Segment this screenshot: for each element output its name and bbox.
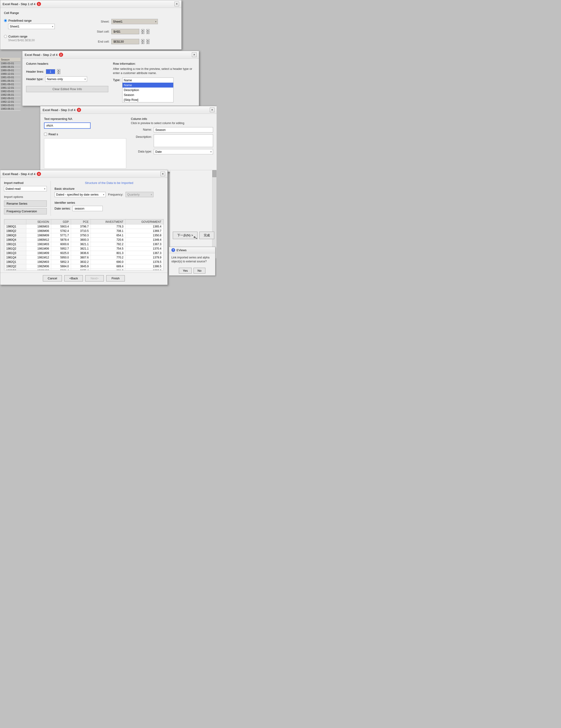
type-listbox[interactable]: Name Name Description Season [Skip Row]: [122, 78, 173, 102]
table-cell: 708.1: [91, 229, 125, 233]
method-select-wrapper: Dated read: [4, 186, 47, 191]
basic-struct-select[interactable]: Dated - specified by date series: [54, 192, 106, 197]
table-cell: 1980Q1: [4, 224, 26, 229]
table-cell: 3710.5: [71, 229, 91, 233]
sheet-select[interactable]: Sheet1: [111, 19, 158, 24]
date-series-input[interactable]: [72, 206, 103, 211]
col-datatype-select[interactable]: Date: [154, 149, 213, 154]
table-cell: 1980Q2: [4, 229, 26, 233]
table-cell: 1367.3: [125, 251, 163, 255]
end-cell-up2[interactable]: ▲: [146, 39, 150, 41]
read-series-checkbox[interactable]: [44, 133, 47, 136]
row-info-title: Row information:: [113, 62, 195, 65]
type-item-description[interactable]: Description: [122, 88, 173, 92]
col-header-gdp: GDP: [51, 220, 71, 224]
table-cell: 5952.7: [51, 247, 71, 251]
col-desc-textarea[interactable]: [154, 134, 213, 147]
predefined-select-row: Sheet1: [8, 24, 84, 29]
table-cell: 1982M09: [26, 269, 51, 271]
type-item-season[interactable]: Season: [122, 92, 173, 97]
step4-body: Import method Dated read Import options …: [0, 178, 167, 270]
bg-date-8: 1981-12-01: [0, 86, 20, 90]
header-lines-input[interactable]: [46, 69, 55, 74]
table-cell: 3832.2: [71, 260, 91, 264]
step1-right-panel: Sheet: Sheet1 Start cell: $A$1 ▲ ▼: [91, 19, 178, 46]
step1-close-button[interactable]: ✕: [174, 2, 179, 6]
step4-left-panel: Import method Dated read Import options …: [4, 181, 51, 216]
table-cell: 3800.3: [71, 238, 91, 242]
step3-close-button[interactable]: ✕: [210, 108, 214, 112]
import-options-section: Import options Rename Series Frequency C…: [4, 195, 47, 214]
table-cell: 1980M12: [26, 238, 51, 242]
table-cell: 3821.1: [71, 247, 91, 251]
frequency-conversion-button[interactable]: Frequency Conversion: [4, 208, 47, 214]
end-cell-down[interactable]: ▼: [141, 42, 144, 44]
header-lines-up[interactable]: ▲: [57, 69, 60, 71]
col-header-government: GOVERNMENT: [125, 220, 163, 224]
cancel-button[interactable]: Cancel: [43, 275, 62, 281]
end-cell-spinner: ▲ ▼: [141, 39, 144, 44]
col-datatype-field: Data type: Date: [131, 149, 213, 154]
header-type-label: Header type:: [26, 77, 43, 81]
start-cell-spinner2: ▲ ▼: [146, 29, 150, 34]
step4-close-button[interactable]: ✕: [160, 172, 165, 176]
predefined-radio[interactable]: [4, 19, 7, 22]
custom-radio-row: Custom range Sheet1!$A$1:$E$130: [4, 35, 84, 42]
right-scrollbar[interactable]: [212, 170, 216, 258]
table-cell: 1396.0: [125, 269, 163, 271]
table-cell: 1980Q3: [4, 233, 26, 238]
import-method-select[interactable]: Dated read: [4, 186, 47, 191]
step2-grid: Column headers Header lines: ▲ ▼ Header …: [26, 62, 195, 102]
type-item-name2[interactable]: Name: [122, 83, 173, 88]
table-cell: 3796.7: [71, 224, 91, 229]
sheet-field-label: Sheet:: [91, 20, 109, 23]
table-cell: 754.5: [91, 247, 125, 251]
end-cell-down2[interactable]: ▼: [146, 42, 150, 44]
bg-season-header: Season: [0, 58, 20, 62]
table-cell: 1378.5: [125, 260, 163, 264]
start-cell-down2[interactable]: ▼: [146, 32, 150, 34]
eviews-yes-button[interactable]: Yes: [179, 268, 192, 274]
col-datatype-select-wrapper: Date: [154, 149, 213, 154]
range-radio-group: Predefined range Sheet1 Custom range: [4, 19, 84, 42]
step3-right-panel: Column info Click in preview to select c…: [131, 117, 213, 169]
start-cell-up[interactable]: ▲: [141, 29, 144, 31]
type-item-name1[interactable]: Name: [122, 78, 173, 83]
bg-date-9: 1982-03-01: [0, 90, 20, 93]
next-button[interactable]: Next>: [85, 275, 104, 281]
table-cell: 1981Q1: [4, 242, 26, 247]
col-name-input[interactable]: [154, 127, 213, 132]
custom-radio[interactable]: [4, 35, 7, 38]
data-table-header-row: SEASON GDP PCE INVESTMENT GOVERNMENT: [4, 220, 163, 224]
start-cell-up2[interactable]: ▲: [146, 29, 150, 31]
header-type-select[interactable]: Names only: [45, 76, 87, 82]
rename-series-button[interactable]: Rename Series: [4, 200, 47, 207]
step1-badge: 1: [37, 2, 41, 6]
end-cell-up[interactable]: ▲: [141, 39, 144, 41]
type-item-skip[interactable]: [Skip Row]: [122, 97, 173, 102]
predefined-sheet-select[interactable]: Sheet1: [8, 24, 55, 29]
nav-next-button[interactable]: 下一步(N) >: [173, 232, 197, 239]
table-cell: 5771.7: [51, 233, 71, 238]
freq-select[interactable]: Quarterly: [126, 192, 153, 197]
scrollbar-thumb[interactable]: [212, 170, 216, 177]
header-lines-down[interactable]: ▼: [57, 72, 60, 74]
clear-edited-row-button[interactable]: Clear Edited Row Info: [26, 86, 108, 92]
step2-right-panel: Row information: After selecting a row i…: [113, 62, 195, 102]
step2-close-button[interactable]: ✕: [192, 52, 197, 57]
step4-title-text: Excel Read - Step 4 of 4: [3, 172, 35, 176]
table-cell: 1982Q3: [4, 269, 26, 271]
table-row: 1981Q41981M125950.03807.6770.21379.9: [4, 255, 163, 260]
start-cell-row: Start cell: $A$1 ▲ ▼ ▲ ▼: [91, 29, 178, 34]
table-row: 1982Q11982M035852.33832.2690.01378.5: [4, 260, 163, 264]
eviews-no-button[interactable]: No: [194, 268, 205, 274]
table-cell: 792.2: [91, 242, 125, 247]
back-button[interactable]: <Back: [64, 275, 83, 281]
finish-button[interactable]: Finish: [106, 275, 125, 281]
type-label: Type:: [113, 78, 120, 82]
custom-range-text: Sheet1!$A$1:$E$130: [8, 39, 84, 42]
start-cell-spinner: ▲ ▼: [141, 29, 144, 34]
nav-finish-button[interactable]: 完成: [199, 232, 214, 239]
na-input[interactable]: [44, 122, 91, 129]
start-cell-down[interactable]: ▼: [141, 32, 144, 34]
